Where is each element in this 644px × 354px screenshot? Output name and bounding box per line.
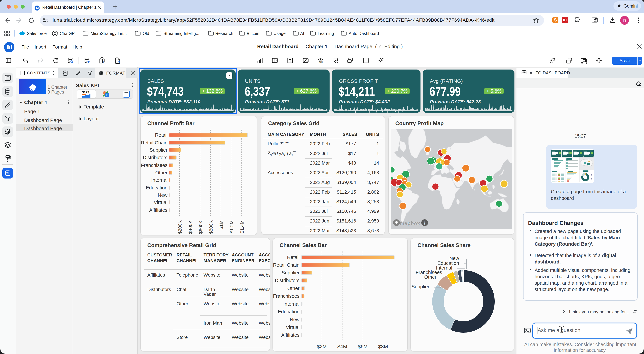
svg-text:$600K: $600K bbox=[198, 220, 203, 234]
svg-text:$400K: $400K bbox=[188, 220, 193, 234]
svg-text:Retail Chain: Retail Chain bbox=[141, 140, 168, 145]
svg-text:Supplier: Supplier bbox=[412, 284, 430, 289]
svg-text:mapbox: mapbox bbox=[400, 220, 420, 226]
svg-text:Supplier: Supplier bbox=[282, 270, 300, 275]
svg-text:i: i bbox=[424, 221, 425, 225]
svg-text:Distributors: Distributors bbox=[143, 155, 168, 160]
svg-text:Retail: Retail bbox=[155, 132, 168, 138]
svg-text:Distributors: Distributors bbox=[275, 278, 300, 283]
svg-text:Retail: Retail bbox=[287, 255, 300, 260]
svg-text:Affiliates: Affiliates bbox=[149, 207, 168, 213]
svg-text:Virtual: Virtual bbox=[286, 325, 300, 330]
svg-text:New: New bbox=[158, 192, 168, 198]
svg-text:$8M: $8M bbox=[378, 344, 388, 349]
svg-text:$200K: $200K bbox=[177, 220, 182, 234]
svg-text:T: T bbox=[106, 93, 108, 97]
svg-text:Education: Education bbox=[146, 185, 168, 190]
svg-text:Other: Other bbox=[424, 274, 436, 280]
svg-text:Internal: Internal bbox=[151, 177, 168, 183]
svg-text:$2M: $2M bbox=[317, 344, 327, 349]
svg-text:Retail Chain: Retail Chain bbox=[273, 262, 300, 268]
svg-text:Franchisees: Franchisees bbox=[273, 293, 300, 299]
svg-text:Other: Other bbox=[155, 170, 168, 175]
svg-text:HTML: HTML bbox=[318, 61, 323, 64]
svg-text:$1.2M: $1.2M bbox=[229, 220, 234, 233]
svg-text:New: New bbox=[449, 256, 459, 261]
svg-text:New: New bbox=[290, 317, 300, 322]
svg-text:Internal: Internal bbox=[283, 301, 300, 307]
svg-text:$1.4M: $1.4M bbox=[240, 220, 245, 233]
svg-text:Affiliates: Affiliates bbox=[281, 332, 300, 338]
svg-text:$800K: $800K bbox=[208, 220, 214, 234]
svg-text:$1M: $1M bbox=[219, 220, 224, 229]
svg-text:Franchisees: Franchisees bbox=[141, 163, 168, 168]
svg-text:$4M: $4M bbox=[338, 344, 347, 349]
svg-text:Virtual: Virtual bbox=[154, 200, 168, 205]
svg-text:Education: Education bbox=[278, 309, 300, 314]
svg-text:Supplier: Supplier bbox=[150, 147, 168, 153]
svg-text:$6M: $6M bbox=[358, 344, 368, 349]
svg-text:Other: Other bbox=[287, 286, 300, 291]
